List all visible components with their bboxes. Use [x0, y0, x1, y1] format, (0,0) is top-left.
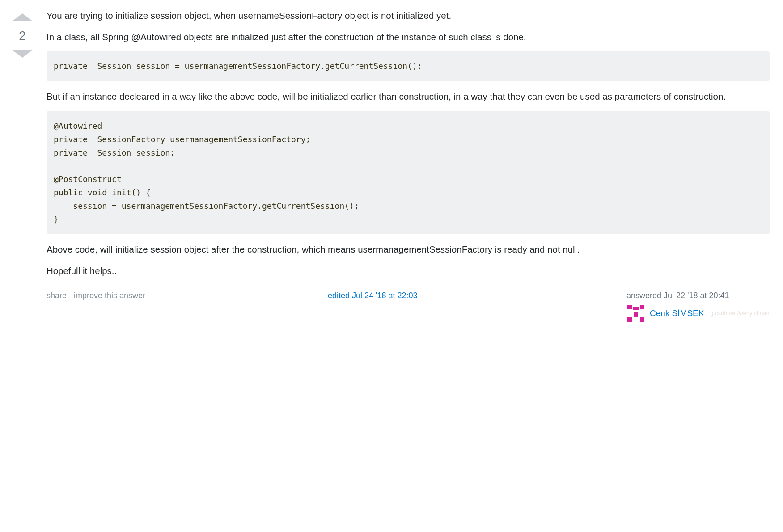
answer-post: 2 You are trying to initialize session o… — [9, 9, 770, 323]
user-row: Cenk SİMSEK g.csdn.net/wenyichuan — [626, 304, 770, 323]
watermark: g.csdn.net/wenyichuan — [710, 310, 770, 317]
author-info: answered Jul 22 '18 at 20:41 Cenk SİMSEK… — [626, 290, 770, 323]
share-link[interactable]: share — [47, 290, 67, 301]
post-menu: share improve this answer edited Jul 24 … — [47, 290, 770, 323]
paragraph: In a class, all Spring @Autowired object… — [47, 30, 770, 44]
answered-time: answered Jul 22 '18 at 20:41 — [626, 290, 770, 301]
improve-answer-link[interactable]: improve this answer — [74, 290, 145, 301]
code-block: private Session session = usermanagement… — [47, 51, 770, 81]
paragraph: Above code, will initialize session obje… — [47, 243, 770, 256]
vote-cell: 2 — [9, 9, 36, 323]
paragraph: Hopefull it helps.. — [47, 264, 770, 278]
post-text: You are trying to initialize session obj… — [47, 9, 770, 278]
downvote-button[interactable] — [12, 50, 33, 58]
post-body: You are trying to initialize session obj… — [47, 9, 770, 323]
author-link[interactable]: Cenk SİMSEK — [650, 308, 704, 320]
upvote-button[interactable] — [12, 13, 33, 21]
code-block: @Autowired private SessionFactory userma… — [47, 111, 770, 234]
edited-link[interactable]: edited Jul 24 '18 at 22:03 — [328, 290, 444, 301]
avatar[interactable] — [626, 304, 645, 323]
vote-count: 2 — [19, 21, 26, 50]
edited-info: edited Jul 24 '18 at 22:03 — [328, 290, 444, 301]
code: private Session session = usermanagement… — [54, 61, 422, 71]
paragraph: But if an instance decleared in a way li… — [47, 90, 770, 103]
paragraph: You are trying to initialize session obj… — [47, 9, 770, 22]
code: @Autowired private SessionFactory userma… — [54, 121, 359, 224]
menu-links: share improve this answer — [47, 290, 145, 301]
